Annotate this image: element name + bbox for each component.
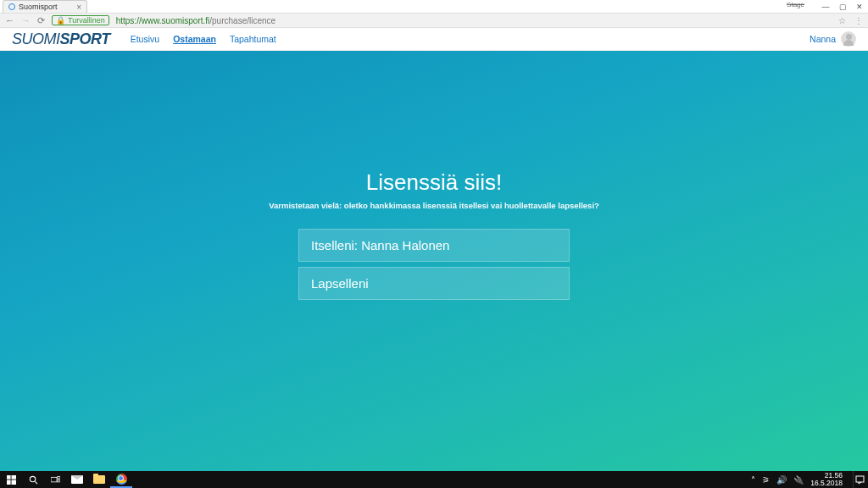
maximize-button[interactable]: ▢ bbox=[834, 0, 851, 13]
window-controls: — ▢ ✕ bbox=[817, 0, 868, 13]
back-icon[interactable]: ← bbox=[5, 15, 14, 25]
nav-buy[interactable]: Ostamaan bbox=[173, 34, 216, 44]
windows-icon bbox=[7, 475, 16, 485]
system-tray: ˄ ⚞ 🔊 🔌 21.56 16.5.2018 bbox=[751, 471, 868, 488]
hero-subtitle: Varmistetaan vielä: oletko hankkimassa l… bbox=[269, 201, 599, 210]
svg-rect-7 bbox=[57, 476, 59, 478]
date-label: 16.5.2018 bbox=[810, 480, 843, 487]
stage-label: Stage bbox=[787, 1, 804, 8]
taskview-icon bbox=[51, 475, 60, 485]
window-titlebar: Suomisport × Stage — ▢ ✕ bbox=[0, 0, 868, 13]
start-button[interactable] bbox=[0, 471, 22, 488]
brand-part1: SUOMI bbox=[12, 30, 60, 47]
folder-icon bbox=[93, 475, 105, 484]
browser-tab[interactable]: Suomisport × bbox=[3, 0, 87, 13]
user-area[interactable]: Nanna bbox=[810, 31, 856, 47]
svg-rect-3 bbox=[11, 480, 16, 485]
tab-title: Suomisport bbox=[19, 3, 58, 11]
brand-part2: SPORT bbox=[60, 30, 110, 47]
address-bar: ← → ⟳ 🔒 Turvallinen https://www.suomispo… bbox=[0, 13, 868, 28]
url-host: https://www.suomisport.fi bbox=[116, 16, 210, 25]
svg-rect-0 bbox=[7, 475, 11, 480]
svg-rect-9 bbox=[856, 476, 864, 482]
favicon-icon bbox=[8, 3, 15, 10]
app-header: SUOMISPORT Etusivu Ostamaan Tapahtumat N… bbox=[0, 28, 868, 51]
option-child-button[interactable]: Lapselleni bbox=[298, 267, 570, 300]
notification-icon bbox=[855, 475, 865, 485]
search-button[interactable] bbox=[22, 471, 44, 488]
volume-icon[interactable]: 🔊 bbox=[776, 475, 787, 485]
taskview-button[interactable] bbox=[44, 471, 66, 488]
mail-icon bbox=[71, 475, 83, 484]
window-close-button[interactable]: ✕ bbox=[851, 0, 868, 13]
secure-label: Turvallinen bbox=[68, 16, 105, 25]
svg-point-4 bbox=[30, 476, 35, 481]
hero-section: Lisenssiä siis! Varmistetaan vielä: olet… bbox=[0, 51, 868, 471]
minimize-button[interactable]: — bbox=[817, 0, 834, 13]
nav-events[interactable]: Tapahtumat bbox=[230, 34, 276, 44]
option-self-button[interactable]: Itselleni: Nanna Halonen bbox=[298, 229, 570, 262]
main-nav: Etusivu Ostamaan Tapahtumat bbox=[131, 34, 276, 44]
svg-rect-6 bbox=[51, 477, 57, 482]
secure-badge[interactable]: 🔒 Turvallinen bbox=[52, 15, 109, 25]
taskbar-chrome[interactable] bbox=[110, 471, 132, 488]
tab-close-icon[interactable]: × bbox=[76, 3, 81, 12]
svg-rect-1 bbox=[11, 475, 16, 480]
url-display[interactable]: https://www.suomisport.fi/purchase/licen… bbox=[116, 16, 275, 25]
user-name: Nanna bbox=[810, 34, 836, 44]
svg-rect-8 bbox=[57, 480, 59, 481]
svg-line-5 bbox=[35, 481, 37, 484]
forward-icon: → bbox=[21, 15, 31, 25]
taskbar-mail[interactable] bbox=[66, 471, 88, 488]
wifi-icon[interactable]: ⚞ bbox=[762, 475, 770, 485]
reload-icon[interactable]: ⟳ bbox=[37, 15, 45, 26]
brand-logo[interactable]: SUOMISPORT bbox=[12, 30, 110, 48]
clock[interactable]: 21.56 16.5.2018 bbox=[810, 472, 846, 487]
menu-icon[interactable]: ⋮ bbox=[854, 16, 863, 25]
star-icon[interactable]: ☆ bbox=[838, 16, 846, 25]
lock-icon: 🔒 bbox=[56, 16, 65, 25]
svg-rect-2 bbox=[7, 480, 11, 485]
url-path: /purchase/licence bbox=[209, 16, 275, 25]
power-icon[interactable]: 🔌 bbox=[793, 475, 804, 485]
search-icon bbox=[29, 475, 38, 485]
avatar-icon bbox=[841, 31, 856, 47]
tray-chevron-icon[interactable]: ˄ bbox=[751, 475, 755, 485]
nav-home[interactable]: Etusivu bbox=[131, 34, 159, 44]
hero-title: Lisenssiä siis! bbox=[366, 169, 502, 196]
taskbar: ˄ ⚞ 🔊 🔌 21.56 16.5.2018 bbox=[0, 471, 868, 488]
chrome-icon bbox=[116, 474, 127, 485]
notifications-button[interactable] bbox=[853, 471, 866, 488]
taskbar-explorer[interactable] bbox=[88, 471, 110, 488]
